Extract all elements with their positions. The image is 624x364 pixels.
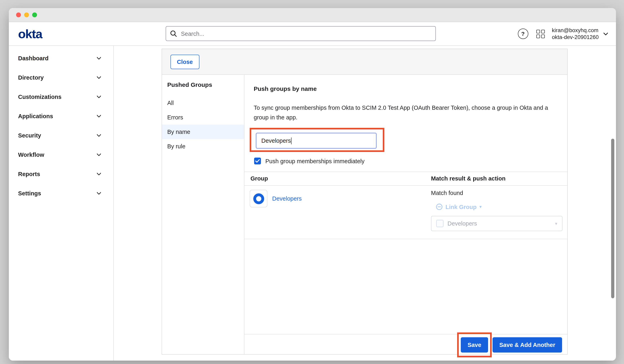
pushed-groups-item-by-name[interactable]: By name <box>162 125 244 139</box>
sidebar-item-dashboard[interactable]: Dashboard <box>9 49 113 68</box>
sidebar-item-label: Reports <box>18 171 40 177</box>
group-match-select[interactable]: Developers ▾ <box>431 216 563 231</box>
pushed-groups-nav: Pushed Groups All Errors By name By rule <box>162 75 244 354</box>
titlebar <box>9 8 616 22</box>
chevron-down-icon <box>96 152 102 157</box>
window-maximize-button[interactable] <box>32 12 37 17</box>
chevron-down-icon <box>96 75 102 80</box>
caret-down-icon: ▾ <box>555 221 557 226</box>
chevron-down-icon <box>96 171 102 177</box>
push-by-name-panel: Push groups by name To sync group member… <box>244 75 567 354</box>
select-checkbox[interactable] <box>436 220 443 227</box>
sidebar-item-label: Security <box>18 132 41 139</box>
chevron-down-icon <box>96 113 102 119</box>
sidebar-item-customizations[interactable]: Customizations <box>9 87 113 106</box>
sidebar-item-label: Workflow <box>18 152 44 158</box>
dialog-footer: Save Save & Add Another <box>461 337 562 353</box>
link-icon <box>436 203 443 210</box>
group-avatar <box>250 190 267 208</box>
apps-grid-icon[interactable] <box>536 29 545 38</box>
sidebar-item-label: Dashboard <box>18 55 49 61</box>
chevron-down-icon <box>603 31 609 37</box>
push-immediately-checkbox[interactable] <box>254 157 261 164</box>
table-header: Group Match result & push action <box>244 172 567 186</box>
sidebar-item-settings[interactable]: Settings <box>9 184 113 203</box>
column-group: Group <box>251 172 268 185</box>
pushed-groups-item-errors[interactable]: Errors <box>162 110 244 125</box>
chevron-down-icon <box>96 94 102 100</box>
text-caret <box>291 137 292 144</box>
app-header: okta ? kiran@boxyhq.com okta-dev-2090126… <box>9 22 616 46</box>
chevron-down-icon <box>96 133 102 138</box>
window-close-button[interactable] <box>16 12 21 17</box>
push-immediately-row: Push group memberships immediately <box>254 157 364 164</box>
search-bar[interactable] <box>166 26 436 41</box>
panel-description: To sync group memberships from Okta to S… <box>254 103 555 122</box>
save-button[interactable]: Save <box>461 337 488 353</box>
org-name: okta-dev-20901260 <box>552 34 599 41</box>
sidebar-item-reports[interactable]: Reports <box>9 164 113 184</box>
panel-title: Push groups by name <box>254 85 317 92</box>
help-icon[interactable]: ? <box>518 28 528 39</box>
sidebar-item-label: Applications <box>18 113 53 119</box>
pushed-groups-item-by-rule[interactable]: By rule <box>162 139 244 154</box>
pushed-groups-item-all[interactable]: All <box>162 96 244 110</box>
column-match-result: Match result & push action <box>431 172 506 185</box>
dialog-toolbar: Close <box>162 49 567 75</box>
match-result-text: Match found <box>431 190 563 196</box>
chevron-down-icon <box>96 190 102 196</box>
sidebar-item-label: Settings <box>18 190 41 197</box>
annotation-box-input: Developers <box>250 128 384 152</box>
caret-down-icon: ▾ <box>479 204 482 209</box>
link-group-dropdown[interactable]: Link Group ▾ <box>431 203 563 210</box>
sidebar-item-label: Directory <box>18 74 44 81</box>
sidebar-item-applications[interactable]: Applications <box>9 106 113 126</box>
chevron-down-icon <box>96 55 102 61</box>
push-groups-dialog: Close Pushed Groups All Errors By name B… <box>162 49 568 355</box>
pushed-groups-title: Pushed Groups <box>167 81 212 88</box>
group-avatar-icon <box>253 193 264 204</box>
check-icon <box>255 159 260 163</box>
sidebar: Dashboard Directory Customizations Appli… <box>9 46 114 361</box>
group-name-input-value: Developers <box>261 137 291 144</box>
group-name-input[interactable]: Developers <box>256 133 377 149</box>
close-button[interactable]: Close <box>170 54 199 69</box>
user-email: kiran@boxyhq.com <box>552 27 599 34</box>
sidebar-item-workflow[interactable]: Workflow <box>9 145 113 164</box>
account-menu[interactable]: kiran@boxyhq.com okta-dev-20901260 <box>552 27 609 41</box>
browser-window: okta ? kiran@boxyhq.com okta-dev-2090126… <box>9 8 616 361</box>
scrollbar-thumb[interactable] <box>611 139 614 298</box>
sidebar-item-label: Customizations <box>18 94 61 100</box>
save-add-another-button[interactable]: Save & Add Another <box>493 337 562 353</box>
okta-logo: okta <box>18 27 42 41</box>
search-input[interactable] <box>180 30 431 37</box>
sidebar-item-directory[interactable]: Directory <box>9 68 113 87</box>
footer-divider <box>244 334 567 335</box>
link-group-label: Link Group <box>445 204 477 210</box>
select-value: Developers <box>447 220 477 227</box>
screen: okta ? kiran@boxyhq.com okta-dev-2090126… <box>0 0 624 364</box>
push-immediately-label: Push group memberships immediately <box>265 158 364 164</box>
sidebar-item-security[interactable]: Security <box>9 126 113 145</box>
group-link[interactable]: Developers <box>272 195 302 202</box>
main-content: Close Pushed Groups All Errors By name B… <box>114 46 616 361</box>
search-icon <box>170 30 177 37</box>
table-row: Developers Match found <box>244 186 567 239</box>
window-minimize-button[interactable] <box>24 12 29 17</box>
